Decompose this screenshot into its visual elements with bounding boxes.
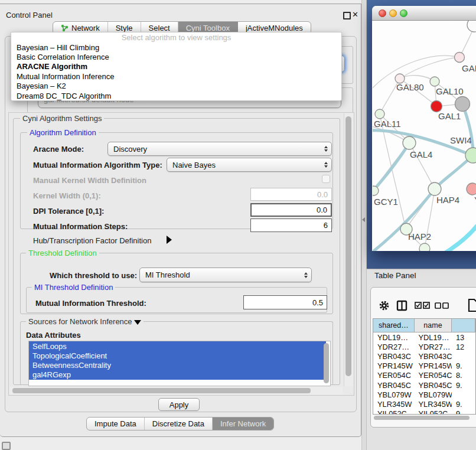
data-attribute-item[interactable]: SelfLoops: [29, 341, 326, 351]
table-cell: YDL19…: [415, 332, 452, 342]
algorithm-dropdown-item[interactable]: Bayesian – K2: [11, 81, 341, 91]
document-icon[interactable]: [468, 298, 476, 312]
data-attribute-item[interactable]: TopologicalCoefficient: [29, 351, 326, 360]
table-row[interactable]: YDL19…YDL19…13: [373, 332, 475, 342]
tab-label: Cyni Toolbox: [186, 24, 230, 32]
mi-threshold-value: 0.5: [312, 298, 323, 307]
table-row[interactable]: YBR045CYBR045C9.: [373, 380, 475, 390]
algorithm-dropdown-item[interactable]: ARACNE Algorithm: [11, 62, 341, 71]
mi-type-combo[interactable]: Naive Bayes: [167, 158, 332, 172]
table-row[interactable]: YER054CYER054C8.: [373, 371, 475, 380]
table-cell: YIL052C: [373, 409, 415, 415]
network-node[interactable]: [455, 97, 470, 112]
network-window-titlebar[interactable]: [372, 6, 476, 21]
collapse-arrow-icon: [134, 320, 141, 325]
network-node-y[interactable]: [467, 183, 476, 195]
network-node-gcy1[interactable]: [373, 186, 379, 195]
which-threshold-value: MI Threshold: [145, 270, 190, 279]
dpi-tolerance-field[interactable]: 0.0: [250, 203, 332, 217]
table-cell: YIL052C: [415, 409, 452, 415]
network-edge[interactable]: [373, 143, 409, 195]
columns-icon[interactable]: [396, 300, 407, 311]
network-edge[interactable]: [400, 57, 459, 79]
expand-arrow-icon[interactable]: [167, 236, 172, 244]
splitter-collapse-icon[interactable]: [362, 217, 365, 222]
table-horizontal-scrollbar[interactable]: [373, 415, 476, 421]
deselect-all-checks-icon[interactable]: [435, 302, 449, 309]
network-node-gal4[interactable]: [403, 136, 416, 149]
zoom-traffic-light-icon[interactable]: [400, 9, 407, 17]
table-cell: YBR045C: [415, 380, 452, 390]
hub-section-label[interactable]: Hub/Transcription Factor Definition: [33, 236, 151, 245]
table-row[interactable]: YBL079WYBL079W: [373, 390, 475, 399]
table-cell: YLR345W: [373, 399, 415, 409]
manual-kernel-label: Manual Kernel Width Definition: [33, 176, 146, 185]
algorithm-dropdown-item[interactable]: Dream8 DC_TDC Algorithm: [11, 91, 341, 100]
kernel-width-value: 0.0: [317, 190, 328, 199]
table-row[interactable]: YBR043CYBR043C: [373, 351, 475, 361]
table-cell: YBL079W: [373, 390, 415, 399]
network-node-hap4[interactable]: [428, 182, 441, 195]
node-table[interactable]: shared…name YDL19…YDL19…13YDR27…YDR27…12…: [373, 318, 476, 415]
network-node[interactable]: [419, 243, 430, 251]
dropdown-hint: Select algorithm to view settings: [11, 32, 341, 43]
table-cell: 9.: [452, 380, 475, 390]
minimize-traffic-light-icon[interactable]: [389, 9, 397, 17]
table-row[interactable]: YPR145WYPR145W9.: [373, 361, 475, 371]
cyni-settings-title: Cyni Algorithm Settings: [20, 115, 104, 122]
network-edge[interactable]: [400, 76, 435, 81]
algorithm-dropdown-item[interactable]: Mutual Information Inference: [11, 71, 341, 81]
kernel-width-field[interactable]: 0.0: [250, 188, 332, 201]
threshold-title: Threshold Definition: [26, 249, 99, 257]
data-attribute-item[interactable]: gal4RGexp: [29, 370, 326, 380]
tab-discretize-data[interactable]: Discretize Data: [145, 418, 213, 430]
data-attributes-label: Data Attributes: [26, 331, 81, 340]
network-edge[interactable]: [462, 104, 473, 155]
which-threshold-combo[interactable]: MI Threshold: [139, 268, 312, 282]
network-canvas[interactable]: GALGAL80GAL10GAL1GAL11SWI4GAL4GCY1HAP4YH…: [373, 21, 476, 251]
aracne-mode-combo[interactable]: Discovery: [107, 142, 332, 156]
gear-icon[interactable]: [379, 300, 390, 311]
table-column-header[interactable]: name: [415, 319, 452, 332]
close-traffic-light-icon[interactable]: [379, 9, 386, 17]
list-scrollbar[interactable]: [324, 343, 329, 383]
table-cell: YPR145W: [415, 361, 452, 371]
table-column-header[interactable]: shared…: [373, 319, 415, 332]
table-column-header[interactable]: [452, 319, 475, 332]
algorithm-dropdown-item[interactable]: Basic Correlation Inference: [11, 52, 341, 61]
combo-stepper-icon: [324, 146, 328, 152]
table-cell: YBR043C: [373, 351, 415, 361]
data-attributes-list[interactable]: SelfLoopsTopologicalCoefficientBetweenne…: [28, 341, 331, 386]
network-node[interactable]: [467, 21, 476, 32]
algorithm-dropdown-item[interactable]: Bayesian – Hill Climbing: [11, 43, 341, 52]
table-row[interactable]: YDR27…YDR27…12: [373, 342, 475, 351]
settings-vertical-scrollbar[interactable]: [344, 113, 353, 386]
network-edge[interactable]: [445, 226, 476, 251]
tab-impute-data[interactable]: Impute Data: [87, 418, 145, 430]
apply-button[interactable]: Apply: [158, 398, 200, 411]
mi-threshold-field[interactable]: 0.5: [243, 295, 327, 309]
aracne-mode-label: Aracne Mode:: [33, 145, 84, 154]
panel-splitter[interactable]: [361, 0, 367, 450]
manual-kernel-checkbox[interactable]: [322, 175, 330, 183]
select-all-checks-icon[interactable]: [415, 302, 430, 309]
table-cell: 9.: [452, 399, 475, 409]
network-node-gal10[interactable]: [430, 77, 439, 86]
data-attribute-item[interactable]: BetweennessCentrality: [29, 360, 326, 370]
minimized-panel-icon[interactable]: [2, 442, 11, 450]
mi-steps-field[interactable]: 6: [250, 219, 332, 232]
tab-label: Impute Data: [94, 419, 136, 428]
control-panel-title: Control Panel: [6, 11, 53, 19]
network-node-gal11[interactable]: [375, 109, 384, 119]
tab-infer-network[interactable]: Infer Network: [213, 418, 273, 430]
table-row[interactable]: YIL052CYIL052C9: [373, 409, 475, 415]
sources-title[interactable]: Sources for Network Inference: [26, 318, 144, 325]
network-node-gal1[interactable]: [431, 101, 442, 112]
aracne-mode-value: Discovery: [113, 145, 147, 154]
float-window-icon[interactable]: [343, 12, 351, 19]
network-node-gal[interactable]: [455, 53, 465, 63]
algorithm-definition-title: Algorithm Definition: [27, 129, 99, 136]
close-icon[interactable]: ✕: [352, 10, 358, 19]
table-row[interactable]: YLR345WYLR345W9.: [373, 399, 475, 409]
settings-horizontal-scrollbar[interactable]: [9, 387, 343, 394]
